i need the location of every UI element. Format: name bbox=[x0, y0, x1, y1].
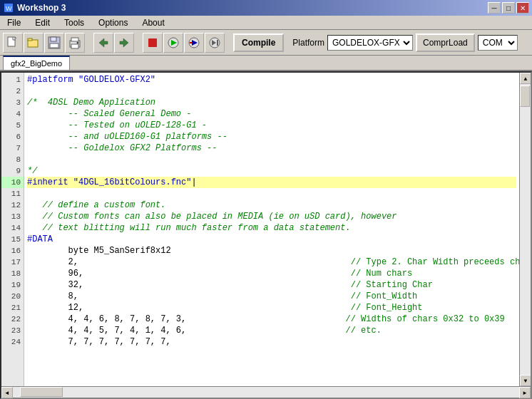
code-line bbox=[27, 154, 516, 165]
title-bar: W Workshop 3 ─ □ ✕ bbox=[0, 0, 532, 16]
line-number: 1 bbox=[1, 74, 24, 86]
line-numbers: 123456789101112131415161718192021222324 bbox=[1, 73, 24, 386]
code-line: 12, // Font_Height bbox=[27, 302, 516, 314]
nav-buttons bbox=[93, 33, 134, 53]
svg-rect-23 bbox=[217, 40, 218, 46]
line-number: 8 bbox=[1, 154, 24, 165]
editor-container: 123456789101112131415161718192021222324 … bbox=[0, 71, 532, 399]
toolbar: Compile Platform GOLDELOX-GFX2 ComprLoad… bbox=[0, 30, 532, 56]
minimize-button[interactable]: ─ bbox=[488, 2, 501, 14]
tab-gfx2bigdemo[interactable]: gfx2_BigDemo bbox=[3, 56, 70, 70]
line-number: 22 bbox=[1, 314, 24, 325]
scroll-thumb[interactable] bbox=[520, 86, 530, 107]
maximize-button[interactable]: □ bbox=[502, 2, 515, 14]
line-number: 11 bbox=[1, 188, 24, 200]
code-line: #platform "GOLDELOX-GFX2" bbox=[27, 74, 516, 86]
svg-point-12 bbox=[77, 41, 79, 43]
stop-button[interactable] bbox=[143, 33, 163, 53]
print-button[interactable] bbox=[65, 33, 85, 53]
platform-label: Platform bbox=[292, 38, 324, 48]
line-number: 13 bbox=[1, 211, 24, 222]
code-line: 96, // Num chars bbox=[27, 268, 516, 279]
tab-label: gfx2_BigDemo bbox=[11, 59, 62, 68]
code-line: 8, // Font_Width bbox=[27, 291, 516, 302]
tab-bar: gfx2_BigDemo bbox=[0, 56, 532, 71]
code-line: // define a custom font. bbox=[27, 200, 516, 211]
menu-file[interactable]: File bbox=[3, 16, 25, 29]
menu-edit[interactable]: Edit bbox=[31, 16, 54, 29]
platform-select[interactable]: GOLDELOX-GFX2 bbox=[327, 35, 413, 51]
file-buttons bbox=[3, 33, 85, 53]
code-line: -- Scaled General Demo - bbox=[27, 108, 516, 120]
code-line: 2, // Type 2. Char Width preceeds ch bbox=[27, 256, 516, 268]
svg-marker-14 bbox=[120, 38, 128, 47]
line-number: 14 bbox=[1, 222, 24, 234]
svg-marker-13 bbox=[99, 38, 108, 47]
svg-rect-2 bbox=[8, 37, 15, 46]
code-line: // text blitting will run much faster fr… bbox=[27, 222, 516, 234]
line-number: 7 bbox=[1, 142, 24, 154]
menu-options[interactable]: Options bbox=[94, 16, 132, 29]
menu-about[interactable]: About bbox=[138, 16, 168, 29]
forward-button[interactable] bbox=[114, 33, 134, 53]
window-controls: ─ □ ✕ bbox=[488, 2, 529, 14]
h-scroll-track[interactable] bbox=[13, 387, 519, 398]
code-line: /* 4DSL Demo Application bbox=[27, 97, 516, 108]
code-line: #inherit "4DGL_16bitColours.fnc"| bbox=[27, 177, 516, 188]
line-number: 19 bbox=[1, 279, 24, 291]
save-button[interactable] bbox=[44, 33, 64, 53]
svg-rect-7 bbox=[51, 37, 56, 41]
code-line: // Custom fonts can also be placed in ME… bbox=[27, 211, 516, 222]
close-button[interactable]: ✕ bbox=[516, 2, 529, 14]
line-number: 4 bbox=[1, 108, 24, 120]
vertical-scrollbar[interactable]: ▲ ▼ bbox=[519, 73, 531, 386]
menu-tools[interactable]: Tools bbox=[60, 16, 88, 29]
back-button[interactable] bbox=[93, 33, 113, 53]
comprload-button[interactable]: ComprLoad bbox=[416, 33, 475, 52]
code-line: -- Goldelox GFX2 Platforms -- bbox=[27, 142, 516, 154]
svg-rect-8 bbox=[50, 43, 58, 48]
editor-inner: 123456789101112131415161718192021222324 … bbox=[1, 73, 531, 386]
line-number: 10 bbox=[1, 177, 24, 188]
scroll-track[interactable] bbox=[520, 84, 531, 375]
code-area[interactable]: #platform "GOLDELOX-GFX2"/* 4DSL Demo Ap… bbox=[24, 73, 519, 386]
line-number: 2 bbox=[1, 86, 24, 97]
com-port-select[interactable]: COM 3 bbox=[478, 35, 518, 51]
code-line: 32, // Starting Char bbox=[27, 279, 516, 291]
line-number: 24 bbox=[1, 336, 24, 348]
line-number: 9 bbox=[1, 165, 24, 177]
line-number: 5 bbox=[1, 120, 24, 131]
horizontal-scrollbar[interactable]: ◄ ► bbox=[1, 386, 531, 398]
code-line bbox=[27, 188, 516, 200]
scroll-up-button[interactable]: ▲ bbox=[520, 73, 531, 84]
code-line: #DATA bbox=[27, 234, 516, 245]
code-line bbox=[27, 86, 516, 97]
debug-button[interactable] bbox=[184, 33, 204, 53]
scroll-down-button[interactable]: ▼ bbox=[520, 375, 531, 386]
code-line: byte M5_SanSerif8x12 bbox=[27, 245, 516, 256]
code-line: 4, 4, 5, 7, 4, 1, 4, 6, // etc. bbox=[27, 325, 516, 336]
line-number: 16 bbox=[1, 245, 24, 256]
line-number: 6 bbox=[1, 131, 24, 142]
line-number: 20 bbox=[1, 291, 24, 302]
svg-rect-10 bbox=[71, 38, 78, 41]
line-number: 17 bbox=[1, 256, 24, 268]
run-button[interactable] bbox=[163, 33, 183, 53]
line-number: 21 bbox=[1, 302, 24, 314]
code-line: -- and uOLED160-G1 platforms -- bbox=[27, 131, 516, 142]
window-title: Workshop 3 bbox=[17, 3, 488, 13]
compile-button[interactable]: Compile bbox=[233, 33, 284, 52]
svg-text:W: W bbox=[6, 5, 12, 12]
step-button[interactable] bbox=[205, 33, 225, 53]
svg-rect-15 bbox=[148, 38, 157, 47]
run-buttons bbox=[143, 33, 225, 53]
open-button[interactable] bbox=[24, 33, 44, 53]
scroll-left-button[interactable]: ◄ bbox=[1, 387, 13, 398]
scroll-right-button[interactable]: ► bbox=[519, 387, 531, 398]
line-number: 18 bbox=[1, 268, 24, 279]
app-icon: W bbox=[3, 2, 14, 14]
line-number: 23 bbox=[1, 325, 24, 336]
new-button[interactable] bbox=[3, 33, 23, 53]
h-scroll-thumb[interactable] bbox=[20, 387, 63, 397]
line-number: 12 bbox=[1, 200, 24, 211]
